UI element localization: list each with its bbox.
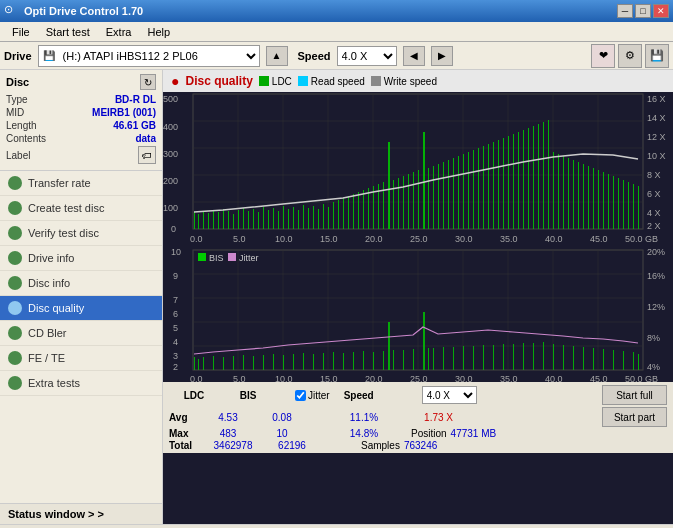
svg-rect-165 [198,359,199,370]
svg-rect-119 [638,186,639,229]
start-part-button[interactable]: Start part [602,407,667,427]
create-test-disc-icon [8,201,22,215]
svg-rect-90 [493,142,494,229]
svg-rect-176 [303,353,304,370]
svg-rect-53 [308,208,309,229]
menu-help[interactable]: Help [139,24,178,40]
svg-rect-68 [383,182,384,229]
sidebar-item-create-test-disc[interactable]: Create test disc [0,196,162,221]
sidebar-item-verify-test-disc[interactable]: Verify test disc [0,221,162,246]
svg-rect-132 [198,253,206,261]
svg-text:10: 10 [171,247,181,257]
svg-rect-97 [528,128,529,229]
sidebar-item-extra-tests[interactable]: Extra tests [0,371,162,396]
samples-value: 763246 [404,440,437,451]
status-window-toggle[interactable]: Status window > > [0,504,162,524]
save-button[interactable]: 💾 [645,44,669,68]
disc-refresh-button[interactable]: ↻ [140,74,156,90]
svg-rect-51 [298,210,299,229]
minimize-button[interactable]: ─ [617,4,633,18]
svg-rect-91 [498,140,499,229]
drive-select[interactable]: (H:) ATAPI iHBS112 2 PL06 [59,46,259,66]
speed-select[interactable]: 4.0 X [337,46,397,66]
svg-rect-46 [273,208,274,229]
svg-rect-57 [328,207,329,229]
svg-text:10.0: 10.0 [275,374,293,382]
svg-rect-118 [633,184,634,229]
sidebar-item-disc-info[interactable]: Disc info [0,271,162,296]
start-full-button[interactable]: Start full [602,385,667,405]
samples-label: Samples [361,440,400,451]
svg-rect-101 [548,120,549,229]
svg-rect-169 [233,356,234,370]
svg-rect-74 [413,172,414,229]
svg-text:45.0: 45.0 [590,374,608,382]
fe-te-icon [8,351,22,365]
svg-text:4: 4 [173,337,178,347]
svg-rect-191 [433,348,434,370]
position-value: 47731 MB [451,428,497,439]
titlebar: ⊙ Opti Drive Control 1.70 ─ □ ✕ [0,0,673,22]
disc-label-label: Label [6,150,30,161]
svg-rect-109 [588,166,589,229]
svg-rect-179 [333,352,334,370]
speed-decrease-button[interactable]: ◀ [403,46,425,66]
stats-speed-select[interactable]: 4.0 X [422,386,477,404]
svg-rect-170 [243,355,244,370]
close-button[interactable]: ✕ [653,4,669,18]
svg-text:0.0: 0.0 [190,234,203,244]
svg-text:40.0: 40.0 [545,234,563,244]
svg-rect-173 [273,354,274,370]
menu-start-test[interactable]: Start test [38,24,98,40]
svg-rect-40 [243,208,244,229]
sidebar-item-fe-te[interactable]: FE / TE [0,346,162,371]
write-speed-legend-dot [371,76,381,86]
disc-icon-button[interactable]: ❤ [591,44,615,68]
disc-info-icon [8,276,22,290]
svg-text:8%: 8% [647,333,660,343]
sidebar-item-transfer-rate[interactable]: Transfer rate [0,171,162,196]
svg-rect-117 [628,182,629,229]
svg-rect-178 [323,353,324,370]
drivebar: Drive 💾 (H:) ATAPI iHBS112 2 PL06 ▲ Spee… [0,42,673,70]
svg-rect-197 [493,345,494,370]
maximize-button[interactable]: □ [635,4,651,18]
app-icon: ⊙ [4,3,20,19]
sidebar-item-drive-info[interactable]: Drive info [0,246,162,271]
svg-text:0.0: 0.0 [190,374,203,382]
svg-rect-36 [223,209,224,229]
svg-rect-103 [558,154,559,229]
svg-rect-92 [503,138,504,229]
svg-rect-73 [408,174,409,229]
svg-rect-30 [194,212,195,229]
svg-rect-60 [343,198,344,229]
total-ldc: 3462978 [203,440,263,451]
svg-rect-94 [513,134,514,229]
disc-label-icon-button[interactable]: 🏷 [138,146,156,164]
svg-rect-70 [393,180,394,229]
svg-rect-166 [203,357,204,370]
menu-file[interactable]: File [4,24,38,40]
svg-text:25.0: 25.0 [410,234,428,244]
speed-increase-button[interactable]: ▶ [431,46,453,66]
svg-text:35.0: 35.0 [500,374,518,382]
svg-rect-207 [593,348,594,370]
svg-rect-84 [463,154,464,229]
settings-button[interactable]: ⚙ [618,44,642,68]
svg-rect-82 [453,158,454,229]
svg-rect-56 [323,204,324,229]
avg-ldc: 4.53 [203,412,253,423]
svg-rect-85 [468,152,469,229]
svg-rect-183 [373,352,374,370]
svg-rect-41 [248,211,249,229]
svg-rect-196 [483,345,484,370]
sidebar-item-cd-bler[interactable]: CD Bler [0,321,162,346]
sidebar-item-disc-quality[interactable]: Disc quality [0,296,162,321]
create-test-disc-label: Create test disc [28,202,104,214]
drive-eject-button[interactable]: ▲ [266,46,288,66]
write-speed-legend-label: Write speed [384,76,437,87]
main-chart-svg: 500 400 300 200 100 0 16 X 14 X 12 X 10 … [163,92,672,382]
svg-rect-31 [198,214,199,229]
jitter-checkbox[interactable] [295,390,306,401]
menu-extra[interactable]: Extra [98,24,140,40]
